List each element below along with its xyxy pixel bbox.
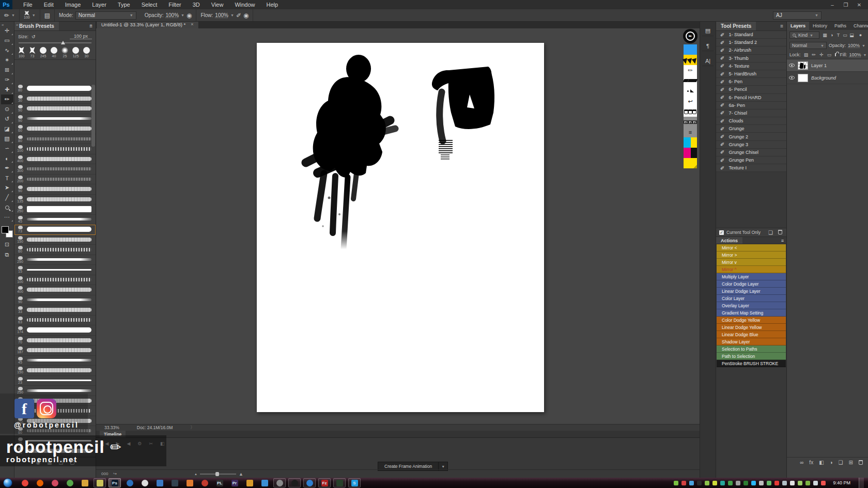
taskbar-app-dark-figure[interactable] bbox=[168, 478, 181, 487]
zoom-out-mountain-icon[interactable]: ▲ bbox=[194, 473, 197, 476]
brush-row[interactable]: 250 bbox=[14, 255, 96, 265]
foreground-color-swatch[interactable] bbox=[2, 226, 9, 233]
layer-visibility-eye-icon[interactable] bbox=[789, 76, 795, 80]
pencil-button[interactable]: ✏ bbox=[684, 65, 697, 75]
lock-transparent-pixels-icon[interactable]: ▨ bbox=[803, 52, 810, 57]
tray-satellite[interactable] bbox=[782, 481, 787, 485]
brush-row[interactable]: 200 bbox=[14, 175, 96, 185]
taskbar-app-gray-circle[interactable] bbox=[273, 478, 286, 487]
brush-row[interactable]: 60 bbox=[14, 245, 96, 255]
taskbar-chrome[interactable] bbox=[19, 478, 31, 487]
eyedropper-tool[interactable]: ✑ bbox=[1, 75, 13, 85]
tool-preset-item[interactable]: ✐ 6- Pen bbox=[716, 78, 786, 86]
pressure-size-icon[interactable]: ◉ bbox=[243, 12, 249, 19]
brush-row[interactable]: 80 bbox=[14, 84, 96, 94]
lock-artboard-icon[interactable]: ▭ bbox=[826, 52, 833, 57]
brush-row[interactable]: 150 bbox=[14, 366, 96, 376]
tray-red-badge[interactable] bbox=[681, 481, 686, 485]
action-button[interactable]: PenStroke BRUSH STROKE bbox=[717, 360, 786, 367]
reset-size-icon[interactable]: ↺ bbox=[32, 34, 36, 39]
taskbar-clock[interactable]: 9:40 PM bbox=[833, 480, 850, 485]
tool-preset-item[interactable]: ✐ 6- Pencil HARD bbox=[716, 94, 786, 102]
eye-button[interactable] bbox=[684, 44, 697, 55]
brush-row[interactable]: 15 bbox=[14, 265, 96, 275]
zoom-level[interactable]: 33.33% bbox=[104, 425, 119, 430]
size-value[interactable]: 100 px bbox=[70, 34, 92, 39]
brush-row[interactable]: 400 bbox=[14, 285, 96, 295]
new-group-button[interactable]: ❑ bbox=[839, 460, 843, 465]
taskbar-app-white-figure[interactable] bbox=[138, 478, 151, 487]
gradient-tool[interactable]: ▧ bbox=[1, 134, 13, 144]
taskbar-app-monitor[interactable] bbox=[258, 478, 271, 487]
canvas-pasteboard[interactable] bbox=[96, 28, 700, 424]
healing-brush-tool[interactable]: ✚ bbox=[1, 85, 13, 95]
action-button[interactable]: Mirror < bbox=[717, 244, 786, 251]
layers-opacity-value[interactable]: 100% bbox=[848, 43, 860, 48]
delete-layer-button[interactable] bbox=[859, 460, 863, 465]
brush-preset-picker[interactable]: 100 ▼ bbox=[20, 9, 40, 21]
tray-action-center-flag[interactable] bbox=[821, 481, 826, 485]
tool-preset-item[interactable]: ✐ 2- Airbrush bbox=[716, 46, 786, 54]
panel-tab[interactable]: Layers bbox=[787, 22, 809, 30]
swatch-cyan-yellow[interactable] bbox=[684, 137, 697, 148]
brush-row[interactable]: 63 bbox=[14, 316, 96, 326]
zoom-in-mountain-icon[interactable]: ▲ bbox=[239, 471, 243, 477]
more-tools[interactable]: ⋯ bbox=[1, 212, 13, 222]
mode-select[interactable]: Normal ▼ bbox=[75, 11, 136, 20]
filter-type-layers-icon[interactable]: T bbox=[835, 33, 842, 38]
timeline-zoom-thumb[interactable] bbox=[215, 472, 219, 476]
brush-row[interactable]: 187 bbox=[14, 345, 96, 356]
slider-thumb[interactable] bbox=[61, 41, 65, 44]
brush-row[interactable]: 174 bbox=[14, 325, 96, 336]
action-button[interactable]: Color Dodge Layer bbox=[717, 280, 786, 288]
layer-thumbnail[interactable] bbox=[798, 74, 808, 82]
swatch-magenta-black[interactable] bbox=[684, 148, 697, 158]
tool-preset-item[interactable]: ✐ 6a- Pen bbox=[716, 102, 786, 109]
action-button[interactable]: Mirror v bbox=[717, 259, 786, 266]
tool-preset-item[interactable]: ✐ Grunge 2 bbox=[716, 133, 786, 140]
foreground-background-swatches[interactable] bbox=[2, 226, 13, 238]
opacity-value[interactable]: 100% bbox=[165, 12, 179, 18]
menu-item[interactable]: Filter bbox=[163, 1, 187, 9]
action-button[interactable]: Linear Dodge Layer bbox=[717, 288, 786, 295]
action-button[interactable]: Linear Dodge Yellow bbox=[717, 324, 786, 331]
taskbar-app-green[interactable] bbox=[64, 478, 76, 487]
kind-filter-select[interactable]: Kind ▼ bbox=[789, 32, 819, 39]
tray-leaf-2[interactable] bbox=[712, 481, 717, 485]
taskbar-firefox[interactable] bbox=[34, 478, 46, 487]
panel-tab[interactable]: History bbox=[809, 22, 831, 30]
menu-item[interactable]: File bbox=[18, 1, 38, 9]
brush-row[interactable]: 33 bbox=[14, 305, 96, 316]
airbrush-icon[interactable]: ✐ bbox=[236, 12, 241, 19]
tray-teal[interactable] bbox=[720, 481, 725, 485]
tray-green-2[interactable] bbox=[728, 481, 733, 485]
brush-row[interactable]: 250 bbox=[14, 204, 96, 215]
restore-button[interactable]: ❐ bbox=[840, 2, 851, 8]
action-button[interactable]: Path to Selection bbox=[717, 353, 786, 360]
action-button[interactable]: Mirror > bbox=[717, 251, 786, 259]
brush-tip[interactable]: 125 bbox=[71, 47, 81, 58]
eraser-button[interactable] bbox=[684, 75, 697, 86]
brush-row[interactable]: 70 bbox=[14, 336, 96, 346]
brush-row[interactable]: 23 bbox=[14, 376, 96, 386]
tray-volume[interactable] bbox=[790, 481, 795, 485]
action-button[interactable]: Shadow Layer bbox=[717, 338, 786, 345]
start-button[interactable] bbox=[3, 478, 12, 487]
tool-preset-item[interactable]: ✐ 4- Texture bbox=[716, 62, 786, 70]
action-button[interactable]: Mirror ^ bbox=[717, 266, 786, 273]
brush-row[interactable]: 73 bbox=[14, 225, 96, 235]
link-layers-button[interactable]: ∞ bbox=[800, 460, 803, 465]
action-button[interactable]: Color Layer bbox=[717, 295, 786, 302]
brush-tip[interactable]: 245 bbox=[38, 47, 48, 58]
brush-tip[interactable]: 100 bbox=[17, 47, 26, 58]
brush-list-scrollbar[interactable] bbox=[91, 85, 95, 147]
brush-row[interactable]: 150 bbox=[14, 235, 96, 245]
snapshot-button[interactable] bbox=[684, 117, 697, 127]
panel-menu-icon[interactable]: ≡ bbox=[780, 23, 783, 29]
lock-position-icon[interactable]: ✛ bbox=[818, 52, 825, 57]
brush-row[interactable]: 45 bbox=[14, 215, 96, 225]
menu-item[interactable]: Image bbox=[59, 1, 87, 9]
action-button[interactable]: Overlay Layer bbox=[717, 302, 786, 309]
pressure-opacity-icon[interactable]: ◉ bbox=[187, 12, 192, 19]
collapse-dock-chevron[interactable]: « bbox=[16, 23, 18, 27]
